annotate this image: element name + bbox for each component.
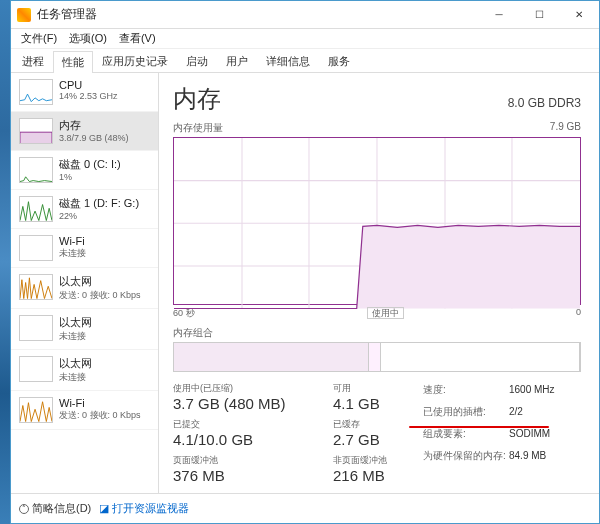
tab-startup[interactable]: 启动: [177, 50, 217, 72]
page-title: 内存: [173, 83, 221, 115]
k-hw: 为硬件保留的内存:: [423, 448, 509, 464]
sidebar-sub: 未连接: [59, 371, 92, 384]
chart-marker: 使用中: [367, 307, 404, 319]
v-speed: 1600 MHz: [509, 382, 555, 398]
sidebar-label: 磁盘 1 (D: F: G:): [59, 196, 139, 211]
svg-rect-0: [20, 132, 52, 143]
composition-chart[interactable]: [173, 342, 581, 372]
v-form: SODIMM: [509, 426, 550, 442]
desktop-edge: [0, 0, 10, 524]
titlebar[interactable]: 任务管理器 ─ ☐ ✕: [11, 1, 599, 29]
v-hw: 84.9 MB: [509, 448, 546, 464]
k-slots: 已使用的插槽:: [423, 404, 509, 420]
app-icon: [17, 8, 31, 22]
footer: ˄ 简略信息(D) ◪ 打开资源监视器: [11, 493, 599, 523]
tab-services[interactable]: 服务: [319, 50, 359, 72]
k-commit: 已提交: [173, 418, 333, 431]
v-avail: 4.1 GB: [333, 395, 423, 412]
minimize-button[interactable]: ─: [479, 1, 519, 29]
tab-processes[interactable]: 进程: [13, 50, 53, 72]
k-nonpaged: 非页面缓冲池: [333, 454, 423, 467]
sidebar-item-disk1[interactable]: 磁盘 1 (D: F: G:)22%: [11, 190, 158, 229]
red-highlight: [409, 426, 549, 428]
sidebar-sub: 发送: 0 接收: 0 Kbps: [59, 409, 141, 422]
sidebar-item-ethernet[interactable]: 以太网未连接: [11, 350, 158, 391]
tab-users[interactable]: 用户: [217, 50, 257, 72]
sidebar-sub: 1%: [59, 172, 121, 182]
k-form: 组成要素:: [423, 426, 509, 442]
tab-details[interactable]: 详细信息: [257, 50, 319, 72]
sidebar-sub: 3.8/7.9 GB (48%): [59, 133, 129, 143]
sidebar[interactable]: CPU14% 2.53 GHz 内存3.8/7.9 GB (48%) 磁盘 0 …: [11, 73, 159, 493]
stats: 使用中(已压缩)3.7 GB (480 MB) 已提交4.1/10.0 GB 页…: [173, 382, 581, 484]
v-cached: 2.7 GB: [333, 431, 423, 448]
disk-thumb: [19, 196, 53, 222]
sidebar-item-wifi[interactable]: Wi-Fi发送: 0 接收: 0 Kbps: [11, 391, 158, 430]
sidebar-sub: 发送: 0 接收: 0 Kbps: [59, 289, 141, 302]
k-usage: 使用中(已压缩): [173, 382, 333, 395]
disk-thumb: [19, 157, 53, 183]
window-title: 任务管理器: [37, 6, 479, 23]
net-thumb: [19, 397, 53, 423]
sidebar-label: 磁盘 0 (C: I:): [59, 157, 121, 172]
sidebar-label: CPU: [59, 79, 118, 91]
net-thumb: [19, 235, 53, 261]
sidebar-label: 以太网: [59, 356, 92, 371]
resource-monitor-link[interactable]: ◪ 打开资源监视器: [99, 501, 189, 516]
net-thumb: [19, 274, 53, 300]
x-axis-left: 60 秒: [173, 307, 195, 320]
sidebar-sub: 22%: [59, 211, 139, 221]
sidebar-item-memory[interactable]: 内存3.8/7.9 GB (48%): [11, 112, 158, 151]
k-paged: 页面缓冲池: [173, 454, 333, 467]
main-panel: 内存 8.0 GB DDR3 内存使用量 7.9 GB 60 秒: [159, 73, 599, 493]
v-slots: 2/2: [509, 404, 523, 420]
sidebar-item-wifi[interactable]: Wi-Fi未连接: [11, 229, 158, 268]
menu-file[interactable]: 文件(F): [15, 31, 63, 46]
sidebar-sub: 未连接: [59, 330, 92, 343]
maximize-button[interactable]: ☐: [519, 1, 559, 29]
composition-label: 内存组合: [173, 326, 581, 340]
menu-options[interactable]: 选项(O): [63, 31, 113, 46]
menubar: 文件(F) 选项(O) 查看(V): [11, 29, 599, 49]
net-thumb: [19, 315, 53, 341]
sidebar-item-cpu[interactable]: CPU14% 2.53 GHz: [11, 73, 158, 112]
sidebar-sub: 14% 2.53 GHz: [59, 91, 118, 101]
sidebar-item-disk0[interactable]: 磁盘 0 (C: I:)1%: [11, 151, 158, 190]
fewer-details-button[interactable]: ˄ 简略信息(D): [19, 501, 91, 516]
k-speed: 速度:: [423, 382, 509, 398]
v-paged: 376 MB: [173, 467, 333, 484]
tab-performance[interactable]: 性能: [53, 51, 93, 73]
monitor-icon: ◪: [99, 502, 109, 515]
sidebar-label: 内存: [59, 118, 129, 133]
cpu-thumb: [19, 79, 53, 105]
x-axis-right: 0: [576, 307, 581, 320]
tabs: 进程 性能 应用历史记录 启动 用户 详细信息 服务: [11, 49, 599, 73]
k-cached: 已缓存: [333, 418, 423, 431]
v-nonpaged: 216 MB: [333, 467, 423, 484]
window-controls: ─ ☐ ✕: [479, 1, 599, 29]
memory-spec: 8.0 GB DDR3: [508, 96, 581, 110]
sidebar-label: Wi-Fi: [59, 397, 141, 409]
memory-chart[interactable]: [173, 137, 581, 305]
menu-view[interactable]: 查看(V): [113, 31, 162, 46]
k-avail: 可用: [333, 382, 423, 395]
memory-thumb: [19, 118, 53, 144]
sidebar-label: 以太网: [59, 315, 92, 330]
body: CPU14% 2.53 GHz 内存3.8/7.9 GB (48%) 磁盘 0 …: [11, 73, 599, 493]
v-usage: 3.7 GB (480 MB): [173, 395, 333, 412]
tab-app-history[interactable]: 应用历史记录: [93, 50, 177, 72]
sidebar-item-ethernet[interactable]: 以太网未连接: [11, 309, 158, 350]
chevron-up-icon: ˄: [19, 504, 29, 514]
task-manager-window: 任务管理器 ─ ☐ ✕ 文件(F) 选项(O) 查看(V) 进程 性能 应用历史…: [10, 0, 600, 524]
close-button[interactable]: ✕: [559, 1, 599, 29]
sidebar-label: Wi-Fi: [59, 235, 86, 247]
chart-max: 7.9 GB: [550, 121, 581, 135]
net-thumb: [19, 356, 53, 382]
chart-title: 内存使用量: [173, 121, 223, 135]
v-commit: 4.1/10.0 GB: [173, 431, 333, 448]
sidebar-item-ethernet[interactable]: 以太网发送: 0 接收: 0 Kbps: [11, 268, 158, 309]
sidebar-sub: 未连接: [59, 247, 86, 260]
sidebar-label: 以太网: [59, 274, 141, 289]
